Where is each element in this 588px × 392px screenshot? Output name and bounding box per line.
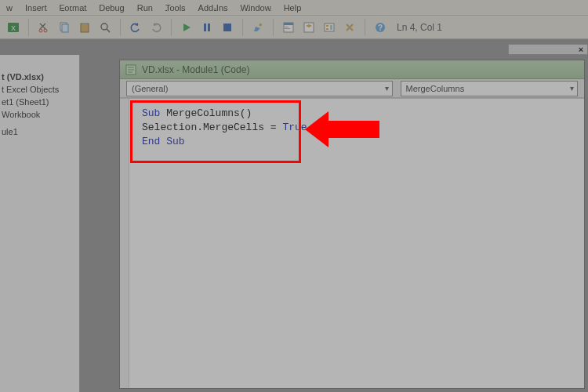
code-gutter: [120, 99, 129, 388]
svg-rect-5: [62, 24, 68, 32]
help-icon[interactable]: ?: [372, 19, 389, 36]
workbook-node[interactable]: Workbook: [2, 108, 80, 121]
project-node[interactable]: t (VD.xlsx): [2, 71, 80, 83]
svg-rect-20: [326, 25, 328, 27]
break-icon[interactable]: [198, 19, 216, 36]
svg-rect-13: [259, 23, 262, 26]
code-text[interactable]: Sub MergeColumns() Selection.MergeCells …: [142, 107, 307, 149]
code-pane-selectors: (General) ▾ MergeColumns ▾: [120, 79, 584, 98]
keyword-true: True: [282, 122, 307, 133]
svg-rect-22: [330, 25, 332, 30]
menu-item-run[interactable]: Run: [131, 1, 159, 15]
separator: [171, 19, 172, 36]
keyword-endsub: End Sub: [142, 136, 185, 147]
properties-window-icon[interactable]: [300, 19, 318, 36]
object-dropdown-value: (General): [132, 84, 168, 93]
svg-text:?: ?: [378, 24, 383, 32]
reset-icon[interactable]: [219, 19, 236, 36]
cursor-position-label: Ln 4, Col 1: [397, 22, 442, 33]
object-dropdown[interactable]: (General) ▾: [126, 81, 393, 96]
svg-text:X: X: [11, 24, 16, 32]
svg-rect-19: [325, 24, 334, 31]
code-window-title: VD.xlsx - Module1 (Code): [142, 64, 249, 75]
menu-item-view[interactable]: w: [0, 1, 19, 15]
code-token: Selection.MergeCells =: [142, 122, 282, 133]
menu-item-tools[interactable]: Tools: [159, 1, 192, 15]
menu-item-window[interactable]: Window: [234, 1, 278, 15]
sheet-node[interactable]: et1 (Sheet1): [2, 96, 80, 108]
svg-point-8: [101, 24, 107, 30]
keyword-sub: Sub: [142, 107, 160, 119]
svg-point-2: [39, 29, 42, 32]
menu-item-insert[interactable]: Insert: [19, 1, 53, 15]
separator: [28, 19, 29, 36]
svg-rect-12: [223, 24, 231, 31]
code-token: MergeColumns(): [160, 107, 252, 119]
run-icon[interactable]: [178, 19, 195, 36]
design-mode-icon[interactable]: [249, 19, 267, 36]
find-icon[interactable]: [96, 19, 114, 36]
module-node[interactable]: ule1: [2, 125, 80, 138]
menu-item-debug[interactable]: Debug: [93, 1, 130, 15]
module-icon: [125, 64, 137, 76]
svg-rect-21: [326, 28, 328, 30]
code-window: VD.xlsx - Module1 (Code) (General) ▾ Mer…: [119, 60, 585, 389]
svg-rect-11: [208, 24, 210, 31]
menu-item-addins[interactable]: Add-Ins: [192, 1, 234, 15]
separator: [273, 19, 274, 36]
svg-point-23: [348, 26, 351, 29]
svg-rect-17: [285, 28, 290, 29]
procedure-dropdown-value: MergeColumns: [406, 84, 465, 93]
svg-rect-15: [284, 23, 293, 25]
folder-excel-objects[interactable]: t Excel Objects: [2, 83, 80, 96]
svg-rect-16: [285, 27, 289, 27]
cut-icon[interactable]: [35, 19, 53, 36]
svg-rect-10: [204, 24, 206, 31]
menu-item-help[interactable]: Help: [278, 1, 308, 15]
separator: [120, 19, 121, 36]
paste-icon[interactable]: [76, 19, 93, 36]
menu-item-format[interactable]: Format: [53, 1, 93, 15]
copy-icon[interactable]: [56, 19, 73, 36]
redo-icon[interactable]: [147, 19, 165, 36]
toolbar: X ? Ln 4, Col: [0, 16, 588, 39]
toolbox-icon[interactable]: [341, 19, 358, 36]
project-explorer-icon[interactable]: [280, 19, 297, 36]
svg-rect-7: [82, 23, 87, 25]
undo-icon[interactable]: [127, 19, 144, 36]
excel-icon[interactable]: X: [5, 19, 22, 36]
code-window-title-bar[interactable]: VD.xlsx - Module1 (Code): [120, 60, 584, 79]
svg-line-9: [107, 29, 110, 32]
separator: [242, 19, 243, 36]
svg-point-3: [44, 29, 47, 32]
procedure-dropdown[interactable]: MergeColumns ▾: [401, 81, 578, 96]
code-editor[interactable]: Sub MergeColumns() Selection.MergeCells …: [120, 98, 584, 388]
separator: [365, 19, 365, 36]
object-browser-icon[interactable]: [321, 19, 338, 36]
chevron-down-icon: ▾: [385, 84, 389, 93]
project-pane-header: ×: [508, 44, 588, 55]
menu-bar: w Insert Format Debug Run Tools Add-Ins …: [0, 0, 588, 16]
project-tree[interactable]: t (VD.xlsx) t Excel Objects et1 (Sheet1)…: [0, 71, 80, 138]
chevron-down-icon: ▾: [570, 84, 574, 93]
close-icon[interactable]: ×: [576, 45, 586, 54]
